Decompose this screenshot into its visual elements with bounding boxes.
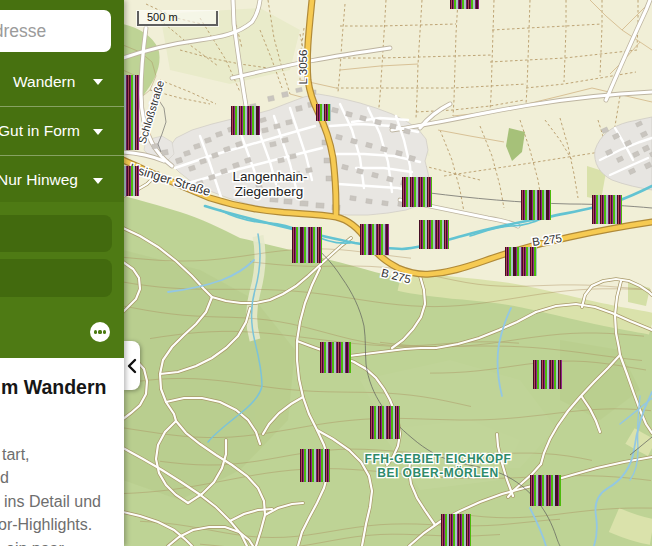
filter-select-gut-in-form[interactable]: Gut in Form xyxy=(0,106,124,155)
filter-select-nur-hinweg[interactable]: Nur Hinweg xyxy=(0,155,124,204)
ellipsis-icon xyxy=(94,330,107,333)
filter-label: Gut in Form xyxy=(0,122,80,140)
svg-text:BEI OBER-MÖRLEN: BEI OBER-MÖRLEN xyxy=(377,465,499,480)
svg-text:Langenhain-: Langenhain- xyxy=(232,169,307,184)
map-scale-bar: 500 m xyxy=(137,11,218,26)
map-town-label: Langenhain- Ziegenberg xyxy=(232,169,307,199)
chevron-down-icon xyxy=(93,129,103,135)
sidebar-content-panel: m Wandern tart, d ins Detail und or-High… xyxy=(0,358,124,546)
svg-text:FFH-GEBIET EICHKOPF: FFH-GEBIET EICHKOPF xyxy=(365,452,512,466)
chevron-down-icon xyxy=(93,178,103,184)
more-options-button[interactable] xyxy=(90,322,110,342)
road-label-l3056: L 3056 xyxy=(297,50,309,85)
sidebar-filter-section: Wandern Gut in Form Nur Hinweg xyxy=(0,0,124,202)
intro-text-line: ein paar xyxy=(6,540,64,546)
sidebar-action-button-2[interactable] xyxy=(0,259,112,297)
intro-text-line: ins Detail und xyxy=(4,493,101,511)
sidebar-collapse-button[interactable] xyxy=(124,341,140,390)
filter-label: Wandern xyxy=(13,73,75,91)
sidebar-action-section xyxy=(0,202,124,358)
filter-select-wandern[interactable]: Wandern xyxy=(0,57,124,106)
chevron-down-icon xyxy=(93,79,103,85)
search-input[interactable] xyxy=(0,10,111,52)
filter-label: Nur Hinweg xyxy=(0,171,78,189)
sidebar-action-button-1[interactable] xyxy=(0,215,112,252)
chevron-left-icon xyxy=(127,358,137,374)
intro-text-line: tart, xyxy=(2,446,30,464)
sidebar: Wandern Gut in Form Nur Hinweg m Wandern… xyxy=(0,0,124,546)
map-area-label: FFH-GEBIET EICHKOPF BEI OBER-MÖRLEN xyxy=(365,452,512,480)
intro-text-line: d xyxy=(0,469,9,487)
intro-text-line: or-Highlights. xyxy=(0,516,92,534)
svg-text:Ziegenberg: Ziegenberg xyxy=(235,184,303,199)
panel-heading: m Wandern xyxy=(1,376,106,399)
scale-label: 500 m xyxy=(147,11,178,23)
